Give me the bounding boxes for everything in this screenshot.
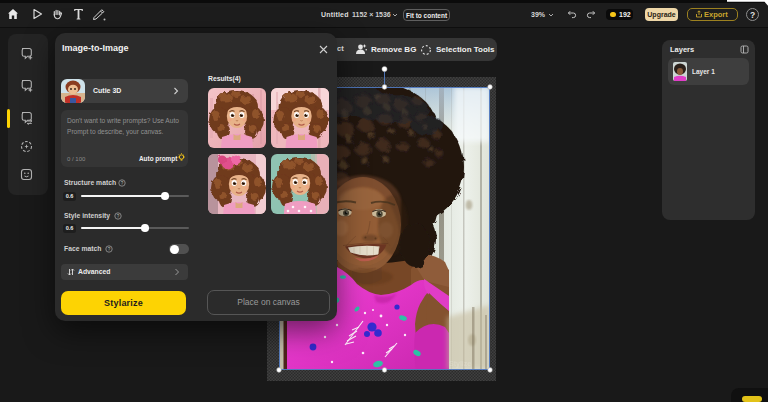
svg-text:?: ?: [750, 10, 755, 20]
svg-text:?: ?: [117, 214, 120, 219]
svg-text:?: ?: [121, 181, 124, 186]
svg-text:?: ?: [108, 247, 111, 252]
